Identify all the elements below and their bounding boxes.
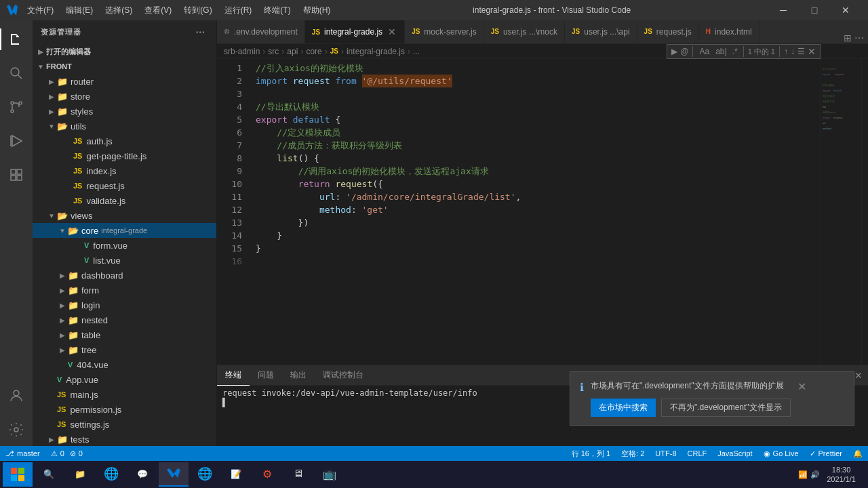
taskbar-file-explorer[interactable]: 📁 xyxy=(65,462,95,487)
search-regex-icon[interactable]: .* xyxy=(731,47,739,56)
sidebar-item-store[interactable]: ▶ 📁 store xyxy=(33,89,216,104)
bc-ellipsis[interactable]: ... xyxy=(413,47,420,56)
maximize-button[interactable]: □ xyxy=(799,0,830,20)
sidebar-item-validatejs[interactable]: ▶ JS validate.js xyxy=(33,193,216,208)
menu-edit[interactable]: 编辑(E) xyxy=(60,3,98,18)
panel-tab-output[interactable]: 输出 xyxy=(282,365,315,386)
panel-tab-terminal[interactable]: 终端 xyxy=(217,365,250,386)
taskbar-time[interactable]: 18:30 2021/1/1 xyxy=(823,465,860,485)
sidebar-item-listvue[interactable]: ▶ V list.vue xyxy=(33,253,216,268)
menu-select[interactable]: 选择(S) xyxy=(100,3,138,18)
taskbar-vscode[interactable] xyxy=(159,462,189,487)
status-line-col[interactable]: 行 16，列 1 xyxy=(566,446,616,461)
sidebar-item-views[interactable]: ▼ 📂 views xyxy=(33,208,216,223)
notification-dismiss-button[interactable]: 不再为".development"文件显示 xyxy=(661,399,791,417)
taskbar-notepad[interactable]: 📝 xyxy=(221,462,251,487)
panel-close-icon[interactable]: ✕ xyxy=(854,370,863,381)
taskbar-chrome[interactable]: 🌐 xyxy=(190,462,220,487)
tab-request[interactable]: JS request.js xyxy=(637,20,699,43)
taskbar-git[interactable]: ⚙ xyxy=(252,462,282,487)
sidebar-item-styles[interactable]: ▶ 📁 styles xyxy=(33,104,216,119)
tab-user-mock[interactable]: JS user.js ...\mock xyxy=(484,20,565,43)
sidebar-item-mainjs[interactable]: ▶ JS main.js xyxy=(33,387,216,402)
taskbar-edge[interactable]: 🌐 xyxy=(96,462,126,487)
activity-scm[interactable] xyxy=(0,91,33,123)
status-encoding[interactable]: UTF-8 xyxy=(650,446,682,461)
close-button[interactable]: ✕ xyxy=(830,0,861,20)
bc-srb-admin[interactable]: srb-admin xyxy=(224,47,260,56)
tab-user-api[interactable]: JS user.js ...\api xyxy=(565,20,637,43)
search-word-icon[interactable]: ab| xyxy=(714,47,728,56)
sidebar-item-form[interactable]: ▶ 📁 form xyxy=(33,283,216,298)
menu-bar[interactable]: 文件(F) 编辑(E) 选择(S) 查看(V) 转到(G) 运行(R) 终端(T… xyxy=(22,3,336,18)
split-editor-button[interactable]: ⊞ xyxy=(844,33,852,43)
status-branch[interactable]: ⎇ master xyxy=(0,446,45,461)
open-editors-section[interactable]: ▶ 打开的编辑器 xyxy=(33,44,216,59)
activity-account[interactable] xyxy=(0,380,33,412)
activity-extensions[interactable] xyxy=(0,159,33,191)
start-button[interactable] xyxy=(3,462,33,487)
taskbar-postman[interactable]: 📺 xyxy=(315,462,344,487)
status-notification-icon[interactable]: 🔔 xyxy=(848,446,868,461)
bc-core[interactable]: core xyxy=(306,47,321,56)
menu-terminal[interactable]: 终端(T) xyxy=(258,3,296,18)
search-ctx-icon[interactable]: ☰ xyxy=(797,47,805,56)
sidebar-item-getpagetitle[interactable]: ▶ JS get-page-title.js xyxy=(33,148,216,163)
taskbar-cmd[interactable]: 🖥 xyxy=(283,462,313,487)
activity-explorer[interactable] xyxy=(0,23,33,56)
search-next-icon[interactable]: ↓ xyxy=(791,47,795,56)
vertical-scrollbar[interactable] xyxy=(861,59,868,365)
search-at-icon[interactable]: @ xyxy=(680,47,688,56)
sidebar-item-404vue[interactable]: ▶ V 404.vue xyxy=(33,357,216,372)
sidebar-item-appvue[interactable]: ▶ V App.vue xyxy=(33,372,216,387)
taskbar-sound-icon[interactable]: 🔊 xyxy=(810,470,820,479)
sidebar-item-tests[interactable]: ▶ 📁 tests xyxy=(33,432,216,446)
new-file-button[interactable]: ⋯ xyxy=(193,25,208,40)
search-prev-icon[interactable]: ↑ xyxy=(784,47,788,56)
menu-run[interactable]: 运行(R) xyxy=(219,3,258,18)
activity-run[interactable] xyxy=(0,125,33,157)
status-spaces[interactable]: 空格: 2 xyxy=(616,446,650,461)
bc-js[interactable]: JS xyxy=(330,47,338,55)
status-prettier[interactable]: ✓ Prettier xyxy=(804,446,848,461)
search-case-icon[interactable]: Aa xyxy=(697,46,711,57)
tab-integral-close[interactable]: ✕ xyxy=(387,26,397,37)
sidebar-item-table[interactable]: ▶ 📁 table xyxy=(33,327,216,342)
status-errors[interactable]: ⚠ 0 ⊘ 0 xyxy=(45,446,88,461)
notification-close-icon[interactable]: ✕ xyxy=(797,380,806,393)
sidebar-item-dashboard[interactable]: ▶ 📁 dashboard xyxy=(33,268,216,283)
sidebar-item-requestjs[interactable]: ▶ JS request.js xyxy=(33,178,216,193)
sidebar-item-login[interactable]: ▶ 📁 login xyxy=(33,298,216,312)
sidebar-item-auth[interactable]: ▶ JS auth.js xyxy=(33,134,216,148)
code-content[interactable]: //引入axios的初始化模块 import request from '@/u… xyxy=(248,59,821,365)
panel-tab-debug[interactable]: 调试控制台 xyxy=(315,365,372,386)
code-editor[interactable]: 1 2 3 4 5 6 7 8 9 10 11 12 13 14 15 16 xyxy=(217,59,868,365)
sidebar-item-nested[interactable]: ▶ 📁 nested xyxy=(33,312,216,327)
activity-search[interactable] xyxy=(0,57,33,89)
menu-goto[interactable]: 转到(G) xyxy=(178,3,217,18)
search-close-icon[interactable]: ✕ xyxy=(808,46,816,57)
front-section[interactable]: ▼ FRONT xyxy=(33,59,216,74)
sidebar-item-formvue[interactable]: ▶ V form.vue xyxy=(33,238,216,253)
sidebar-item-permissionjs[interactable]: ▶ JS permission.js xyxy=(33,402,216,417)
more-actions-button[interactable]: ⋯ xyxy=(854,33,864,43)
activity-settings[interactable] xyxy=(0,413,33,446)
status-golive[interactable]: ◉ Go Live xyxy=(758,446,804,461)
sidebar-item-tree[interactable]: ▶ 📁 tree xyxy=(33,342,216,357)
sidebar-item-settingsjs[interactable]: ▶ JS settings.js xyxy=(33,417,216,432)
taskbar-network-icon[interactable]: 📶 xyxy=(798,470,808,479)
taskbar-search[interactable]: 🔍 xyxy=(34,462,64,487)
taskbar-wechat[interactable]: 💬 xyxy=(127,462,157,487)
status-language[interactable]: JavaScript xyxy=(712,446,757,461)
tab-index-html[interactable]: H index.html xyxy=(699,20,760,43)
bc-src[interactable]: src xyxy=(268,47,279,56)
tab-mock-server[interactable]: JS mock-server.js xyxy=(405,20,484,43)
menu-view[interactable]: 查看(V) xyxy=(139,3,177,18)
sidebar-item-indexjs[interactable]: ▶ JS index.js xyxy=(33,163,216,178)
bc-api[interactable]: api xyxy=(287,47,298,56)
bc-filename[interactable]: integral-grade.js xyxy=(347,47,405,56)
search-run-icon[interactable]: ▶ xyxy=(671,47,677,56)
tab-env-development[interactable]: ⚙ .env.development xyxy=(217,20,305,43)
sidebar-item-router[interactable]: ▶ 📁 router xyxy=(33,74,216,89)
menu-file[interactable]: 文件(F) xyxy=(22,3,59,18)
